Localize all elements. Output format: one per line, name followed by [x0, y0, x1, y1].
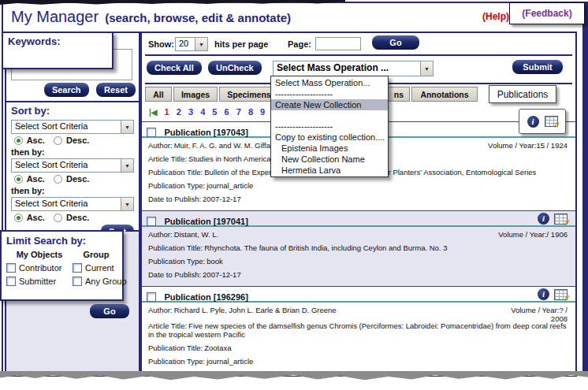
sort1-asc-label: Asc.	[27, 136, 45, 145]
edit-icon[interactable]	[554, 289, 568, 300]
page-title: My Manager	[11, 8, 99, 25]
my-manager-app: My Manager(search, browse, edit & annota…	[0, 0, 588, 390]
author-value: Muir, F. A. G. and W. M. Giffard.	[174, 141, 279, 150]
menu-item-create-new-collection[interactable]: Create New Collection	[271, 99, 388, 110]
chevron-down-icon: ▼	[121, 159, 133, 172]
chevron-down-icon: ▼	[420, 61, 433, 76]
sort-by-heading: Sort by:	[11, 105, 134, 117]
mass-operation-menu: Select Mass Operation... ---------------…	[270, 76, 389, 177]
submitter-checkbox[interactable]: Submitter	[6, 277, 73, 286]
page-header: My Manager(search, browse, edit & annota…	[11, 8, 291, 26]
hits-per-page-select[interactable]: 20 ▼	[175, 37, 208, 51]
sort3-desc-radio[interactable]	[54, 214, 62, 222]
publication-id: Publication [197041]	[164, 217, 247, 226]
sort3-asc-label: Asc.	[27, 213, 45, 222]
tab-annotations[interactable]: Annotations	[411, 87, 478, 102]
page-number[interactable]: 3	[188, 107, 193, 117]
sort2-desc-label: Desc.	[66, 174, 89, 184]
mass-operation-select[interactable]: Select Mass Operation ... ▼	[273, 61, 434, 76]
edit-icon[interactable]	[545, 116, 558, 127]
limit-go-button[interactable]: Go	[90, 304, 129, 318]
menu-divider: --------------------	[271, 121, 388, 132]
checkbox-icon[interactable]	[73, 263, 82, 273]
sort-criteria-select-3[interactable]: Select Sort Criteria ▼	[11, 197, 134, 211]
current-checkbox[interactable]: Current	[73, 263, 120, 273]
help-link[interactable]: (Help)	[482, 11, 509, 22]
hits-per-page-label: hits per page	[214, 39, 268, 49]
article-title-value: Five new species of the damselfish genus…	[148, 321, 567, 339]
publication-title-value: Zootaxa	[204, 344, 231, 352]
sort-criteria-select-1[interactable]: Select Sort Criteria ▼	[11, 120, 134, 134]
page-number[interactable]: 4	[200, 107, 205, 117]
chevron-down-icon: ▼	[195, 38, 207, 50]
menu-item-collection[interactable]: Epistenia Images	[271, 143, 388, 154]
page-right-border	[584, 2, 588, 381]
feedback-link[interactable]: (Feedback)	[509, 2, 585, 24]
row-checkbox[interactable]	[147, 292, 156, 302]
contributor-checkbox[interactable]: Contributor	[6, 263, 73, 273]
page-go-button[interactable]: Go	[372, 35, 419, 50]
date-to-publish-value: 2007-12-17	[203, 195, 241, 203]
row-checkbox[interactable]	[147, 217, 156, 226]
sort2-asc-radio[interactable]	[14, 175, 23, 184]
menu-item[interactable]: Select Mass Operation...	[271, 77, 388, 88]
sort-criteria-select-2[interactable]: Select Sort Criteria ▼	[11, 158, 134, 173]
chevron-down-icon: ▼	[121, 198, 133, 210]
publication-title-value: Rhynchota. The fauna of British India, i…	[204, 243, 447, 252]
reset-button[interactable]: Reset	[96, 83, 136, 97]
page-number[interactable]: 5	[212, 107, 217, 117]
sort1-desc-radio[interactable]	[54, 136, 62, 145]
menu-divider: --------------------	[271, 88, 388, 99]
publication-row: Publication [197041] i Volume / Year:/ 1…	[142, 210, 575, 286]
sort1-asc-radio[interactable]	[14, 136, 23, 145]
tab-images[interactable]: Images	[173, 87, 218, 102]
chevron-down-icon: ▼	[121, 121, 133, 133]
my-objects-column-heading: My Objects	[6, 250, 73, 259]
publication-type-value: journal_article	[207, 357, 253, 366]
checkbox-icon[interactable]	[6, 277, 16, 286]
page-label: Page:	[288, 39, 311, 49]
page-number[interactable]: 9	[260, 107, 265, 117]
menu-item-collection[interactable]: New Collection Name	[271, 154, 388, 165]
page-subtitle: (search, browse, edit & annotate)	[105, 11, 291, 24]
sort2-desc-radio[interactable]	[54, 175, 62, 184]
page-number-current[interactable]: 1	[165, 107, 169, 117]
torn-edge-bottom	[0, 377, 588, 390]
menu-item-copy-to-existing[interactable]: Copy to existing collection....	[271, 132, 388, 143]
submit-button[interactable]: Submit	[512, 60, 563, 74]
sort3-asc-radio[interactable]	[14, 214, 23, 222]
author-value: Richard L. Pyle, John L. Earle & Brian D…	[174, 306, 337, 314]
row-actions-callout: i	[519, 109, 566, 134]
any-group-checkbox[interactable]: Any Group	[73, 277, 120, 286]
info-icon[interactable]: i	[538, 213, 549, 225]
uncheck-button[interactable]: UnCheck	[208, 61, 262, 75]
checkbox-icon[interactable]	[73, 277, 82, 286]
checkbox-icon[interactable]	[6, 263, 16, 273]
menu-item-collection[interactable]: Hermetia Larva	[271, 165, 388, 176]
tab-publications[interactable]: Publications	[489, 85, 556, 103]
keywords-callout: Keywords:	[2, 32, 114, 69]
publication-type-value: journal_article	[207, 181, 253, 190]
row-checkbox[interactable]	[147, 128, 156, 137]
show-label: Show:	[148, 39, 174, 49]
info-icon[interactable]: i	[538, 288, 549, 300]
first-page-icon[interactable]: |◀	[149, 108, 158, 117]
menu-item-blank	[271, 110, 388, 121]
info-icon[interactable]: i	[527, 116, 539, 128]
then-by-label-1: then by:	[11, 147, 134, 157]
publication-type-value: book	[207, 257, 223, 266]
tab-partial[interactable]: ns	[388, 87, 410, 102]
page-number-input[interactable]	[315, 37, 361, 50]
check-all-button[interactable]: Check All	[147, 61, 202, 75]
edit-icon[interactable]	[554, 214, 568, 225]
search-button[interactable]: Search	[44, 83, 89, 97]
sort2-asc-label: Asc.	[27, 174, 45, 184]
page-number[interactable]: 2	[177, 107, 181, 117]
volume-year-value: 15 / 1924	[536, 141, 568, 150]
page-number[interactable]: 7	[236, 107, 241, 117]
page-number[interactable]: 6	[225, 107, 229, 117]
publication-row: Publication [196296] i Volume / Year:? /…	[142, 286, 575, 386]
page-number[interactable]: 8	[248, 107, 253, 117]
then-by-label-2: then by:	[11, 186, 134, 195]
tab-all[interactable]: All	[145, 87, 172, 102]
